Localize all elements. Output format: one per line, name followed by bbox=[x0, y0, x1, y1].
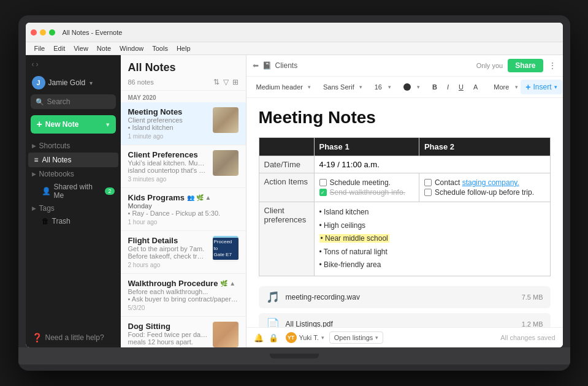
font-size-dropdown[interactable]: 16 bbox=[371, 81, 386, 93]
staging-company-link[interactable]: staging company. bbox=[462, 178, 519, 187]
editor-content[interactable]: Meeting Notes Phase 1 Phase 2 Date/Time … bbox=[246, 98, 563, 327]
back-icon[interactable]: ⬅ bbox=[253, 61, 259, 70]
app-body: ‹ › J Jamie Gold ▾ 🔍 Search + New bbox=[26, 55, 563, 347]
table-header-col1 bbox=[259, 138, 314, 156]
close-button[interactable] bbox=[31, 29, 37, 36]
maximize-button[interactable] bbox=[49, 29, 55, 36]
format-toolbar: Medium header ▾ Sans Serif ▾ 16 ▾ ▾ bbox=[246, 77, 563, 98]
checkbox[interactable] bbox=[319, 179, 327, 186]
search-input[interactable]: Search bbox=[47, 97, 71, 106]
minimize-button[interactable] bbox=[40, 29, 46, 36]
note-title: Flight Details bbox=[128, 236, 208, 245]
attachment-pdf[interactable]: 📄 All Listings.pdf 1.2 MB bbox=[259, 313, 551, 327]
list-item[interactable]: Dog Sitting Food: Feed twice per day. Sp… bbox=[121, 317, 246, 347]
editor-footer: 🔔 🔒 YT Yuki T. ▾ Open listings ▾ All cha… bbox=[246, 327, 563, 347]
table-value-client-prefs: • Island kitchen • High ceilings • Near … bbox=[314, 202, 550, 276]
note-preview-line2: meals 12 hours apart. bbox=[128, 338, 208, 346]
notes-list-title: All Notes bbox=[128, 61, 239, 74]
layout-icon[interactable]: ⊞ bbox=[232, 78, 239, 86]
sidebar-item-shared-with-me[interactable]: 👤 Shared with Me 2 bbox=[26, 180, 121, 202]
note-time: 2 hours ago bbox=[128, 262, 208, 268]
font-chevron-icon: ▾ bbox=[359, 84, 362, 90]
list-item[interactable]: Walkthrough Procedure 🌿 ▲ Before each wa… bbox=[121, 274, 246, 317]
menu-view[interactable]: View bbox=[70, 44, 92, 53]
note-preview-content: Kids Programs 👥 🌿 ▲ Monday • Ray - Dance… bbox=[128, 193, 239, 225]
footer-user[interactable]: YT Yuki T. ▾ bbox=[286, 332, 324, 343]
note-preview-line1: Food: Feed twice per day. Space bbox=[128, 331, 208, 338]
lock-icon[interactable]: 🔒 bbox=[269, 333, 278, 342]
open-listings-button[interactable]: Open listings ▾ bbox=[329, 331, 384, 344]
shared-badge: 2 bbox=[105, 187, 114, 195]
bell-icon[interactable]: 🔔 bbox=[254, 333, 264, 342]
table-row-action-items: Action Items Schedule meeting. Send-walk… bbox=[259, 173, 550, 202]
underline-button[interactable]: U bbox=[455, 81, 467, 93]
nav-forward-icon[interactable]: › bbox=[36, 60, 39, 69]
font-size-adjust-button[interactable]: A bbox=[470, 81, 481, 93]
menu-help[interactable]: Help bbox=[173, 44, 194, 53]
header-style-dropdown[interactable]: Medium header bbox=[253, 81, 307, 93]
notes-list-panel: All Notes 86 notes ⇅ ▽ ⊞ MAY 2020 Meet bbox=[121, 55, 246, 347]
attachment-wav[interactable]: 🎵 meeting-recording.wav 7.5 MB bbox=[259, 286, 551, 308]
list-item[interactable]: Meeting Notes Client preferences • Islan… bbox=[121, 102, 246, 145]
editor-topbar: ⬅ 📓 Clients Only you Share ⋮ bbox=[246, 55, 563, 77]
note-time: 1 minute ago bbox=[128, 133, 208, 140]
search-bar[interactable]: 🔍 Search bbox=[31, 94, 116, 109]
checkbox-item: Contact staging company. bbox=[424, 178, 545, 187]
new-note-label: + New Note bbox=[37, 119, 79, 130]
list-item[interactable]: Client Preferences Yuki's ideal kitchen.… bbox=[121, 145, 246, 188]
color-picker-button[interactable] bbox=[400, 81, 414, 93]
header-style-group: Medium header ▾ bbox=[253, 81, 311, 93]
sidebar-item-all-notes[interactable]: ≡ All Notes bbox=[28, 153, 118, 167]
pref-item: • Tons of natural light bbox=[319, 246, 545, 259]
bold-button[interactable]: B bbox=[429, 81, 441, 93]
footer-username: Yuki T. bbox=[299, 334, 319, 341]
sidebar-nav: ▶ Shortcuts ≡ All Notes ▶ Notebooks 👤 Sh… bbox=[26, 137, 121, 230]
pdf-file-icon: 📄 bbox=[266, 317, 280, 327]
insert-label: Insert bbox=[533, 83, 552, 91]
share-button[interactable]: Share bbox=[508, 59, 543, 72]
laptop-notch bbox=[270, 354, 319, 358]
menu-note[interactable]: Note bbox=[93, 44, 115, 53]
font-dropdown[interactable]: Sans Serif bbox=[319, 81, 358, 93]
sidebar-item-notebooks[interactable]: ▶ Notebooks bbox=[26, 168, 121, 180]
insert-button[interactable]: + Insert ▾ bbox=[521, 80, 562, 94]
menu-edit[interactable]: Edit bbox=[50, 44, 69, 53]
checkbox[interactable] bbox=[424, 189, 432, 196]
notes-actions: ⇅ ▽ ⊞ bbox=[213, 78, 239, 86]
nav-back-icon[interactable]: ‹ bbox=[32, 60, 34, 69]
menu-window[interactable]: Window bbox=[116, 44, 147, 53]
sidebar-item-trash[interactable]: 🗑 Trash bbox=[26, 214, 121, 228]
user-chevron-icon: ▾ bbox=[90, 80, 93, 86]
help-button[interactable]: ❓ Need a little help? bbox=[26, 328, 121, 347]
search-icon: 🔍 bbox=[36, 98, 44, 106]
pref-item: • Island kitchen bbox=[319, 206, 545, 219]
menu-file[interactable]: File bbox=[31, 44, 49, 53]
sidebar-item-shortcuts[interactable]: ▶ Shortcuts bbox=[26, 140, 121, 152]
list-item[interactable]: Kids Programs 👥 🌿 ▲ Monday • Ray - Dance… bbox=[121, 188, 246, 231]
note-preview-line1: • Ray - Dance - Pickup at 5:30. bbox=[128, 210, 239, 217]
italic-button[interactable]: I bbox=[443, 81, 452, 93]
checkbox-label: Schedule follow-up before trip. bbox=[435, 188, 534, 197]
shared-icon: 👤 bbox=[42, 187, 51, 195]
checkbox-checked[interactable] bbox=[319, 189, 327, 196]
window-title: All Notes - Evernote bbox=[63, 29, 123, 36]
more-format-button[interactable]: More bbox=[490, 81, 513, 93]
notes-count: 86 notes bbox=[128, 78, 154, 86]
notebook-name[interactable]: Clients bbox=[275, 61, 298, 70]
checkbox-label: Schedule meeting. bbox=[330, 178, 391, 187]
checkbox[interactable] bbox=[424, 179, 432, 186]
note-title: Client Preferences bbox=[128, 150, 208, 159]
traffic-lights bbox=[31, 29, 55, 36]
sort-icon[interactable]: ⇅ bbox=[213, 78, 220, 86]
footer-user-chevron-icon: ▾ bbox=[321, 335, 324, 341]
sidebar-item-tags[interactable]: ▶ Tags bbox=[26, 202, 121, 214]
table-phase2-items: Contact staging company. Schedule follow… bbox=[419, 173, 550, 202]
filter-icon[interactable]: ▽ bbox=[223, 78, 229, 86]
new-note-button[interactable]: + New Note ▾ bbox=[31, 115, 116, 134]
list-item[interactable]: Flight Details Get to the airport by 7am… bbox=[121, 231, 246, 274]
menu-tools[interactable]: Tools bbox=[148, 44, 172, 53]
user-badge[interactable]: J Jamie Gold ▾ bbox=[26, 74, 121, 92]
expand-icon: ▶ bbox=[32, 205, 36, 211]
more-options-icon[interactable]: ⋮ bbox=[548, 61, 557, 70]
editor-topbar-left: ⬅ 📓 Clients bbox=[253, 61, 298, 70]
